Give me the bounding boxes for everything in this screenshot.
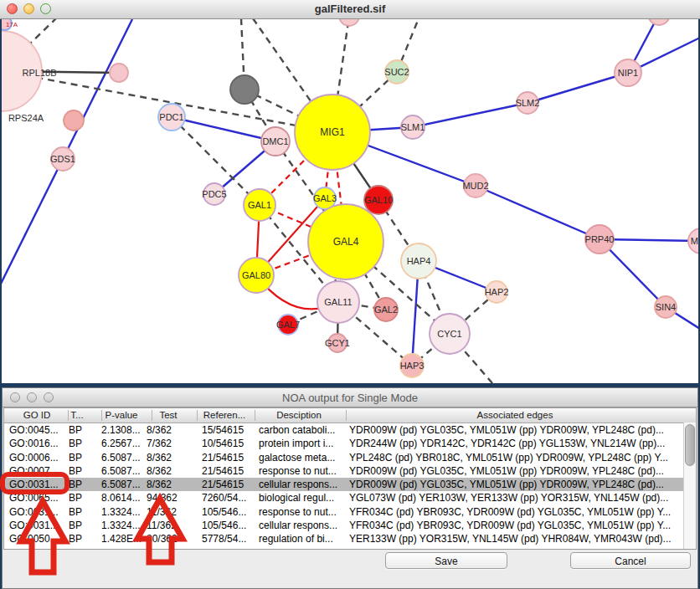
node-label-MUD2: MUD2 bbox=[462, 181, 488, 191]
node-label-NIP1: NIP1 bbox=[618, 68, 638, 78]
desktop: { "network_window": { "title": "galFilte… bbox=[0, 0, 700, 589]
table-row-5[interactable]: GO:0065...BP8.0614...94/3627260/54...bio… bbox=[4, 491, 696, 504]
cell: 7260/54... bbox=[202, 492, 246, 504]
cell: YDR009W (pd) YGL035C, YML051W (pp) YDR00… bbox=[349, 424, 664, 436]
cell: cellular respons... bbox=[259, 520, 337, 531]
node-label-SLM1: SLM1 bbox=[401, 122, 425, 132]
node-label-GAL80: GAL80 bbox=[242, 270, 270, 280]
column-header-0[interactable]: GO ID bbox=[23, 410, 51, 420]
column-header-3[interactable]: Test bbox=[159, 410, 177, 420]
node-label-CYC1: CYC1 bbox=[437, 329, 461, 339]
cell: galactose meta... bbox=[259, 452, 335, 464]
cell: GO:0007... bbox=[9, 465, 59, 477]
cell: 11/362 bbox=[147, 520, 177, 531]
table-row-7[interactable]: GO:0031...BP1.3324...11/362105/546...cel… bbox=[4, 519, 696, 532]
column-separator[interactable] bbox=[197, 410, 198, 421]
cell: 15/54615 bbox=[202, 424, 244, 436]
column-header-4[interactable]: Referen... bbox=[203, 410, 246, 420]
cell: 1.3324... bbox=[101, 506, 141, 518]
cell: BP bbox=[69, 438, 82, 449]
cell: 8/362 bbox=[147, 465, 172, 477]
cell: 6.5087... bbox=[101, 465, 141, 477]
node-label-MSN: MSN bbox=[691, 236, 700, 246]
network-canvas[interactable]: 17ARPL18BRPS24APDC1DMC1GDS1MIG1SLM1SLM2S… bbox=[0, 0, 700, 387]
node-label-HAP3: HAP3 bbox=[400, 361, 425, 371]
column-header-2[interactable]: P-value bbox=[106, 410, 138, 420]
cell: 105/546... bbox=[202, 520, 246, 531]
cell: YFR034C (pd) YBR093C, YDR009W (pd) YGL03… bbox=[349, 520, 671, 531]
node-label-SLM2: SLM2 bbox=[516, 98, 540, 108]
cell: 2.1308... bbox=[101, 424, 141, 436]
node-RPL18B[interactable] bbox=[110, 64, 128, 82]
cell: protein import i... bbox=[259, 438, 333, 449]
cell: 5778/54... bbox=[202, 533, 246, 545]
node-label-PRP40: PRP40 bbox=[585, 234, 615, 244]
cell: GO:0050... bbox=[9, 533, 59, 545]
table-header-row: GO IDT...P-valueTestReferen...Desciption… bbox=[4, 408, 696, 423]
scrollbar-thumb[interactable] bbox=[685, 424, 695, 466]
cell: YER133W (pp) YOR315W, YNL145W (pd) YHR08… bbox=[349, 533, 672, 545]
cell: GO:0045... bbox=[9, 424, 59, 436]
cell: BP bbox=[69, 479, 82, 490]
cell: BP bbox=[69, 424, 82, 436]
cell: 6.5087... bbox=[101, 452, 141, 464]
cell: biological regul... bbox=[259, 492, 334, 504]
cell: BP bbox=[69, 533, 82, 545]
table-row-8[interactable]: GO:0050...BP1.428E...80/3625778/54...reg… bbox=[4, 532, 696, 545]
cell: 11/362 bbox=[147, 506, 177, 518]
column-separator[interactable] bbox=[255, 410, 255, 421]
node-label-DMC1: DMC1 bbox=[262, 136, 288, 146]
cell: 6.5087... bbox=[101, 479, 141, 490]
node-label-GDS1: GDS1 bbox=[50, 154, 75, 164]
node-label-RPS24A: RPS24A bbox=[8, 113, 44, 123]
cell: GO:0031... bbox=[9, 506, 59, 518]
cell: BP bbox=[69, 506, 82, 518]
cell: 21/54615 bbox=[202, 465, 244, 477]
column-separator[interactable] bbox=[101, 410, 102, 421]
column-header-1[interactable]: T... bbox=[70, 410, 83, 420]
column-header-6[interactable]: Associated edges bbox=[477, 410, 553, 420]
cell: response to nut... bbox=[259, 465, 337, 477]
node-label-SIN4: SIN4 bbox=[656, 302, 676, 312]
cell: 21/54615 bbox=[202, 479, 244, 490]
table-row-0[interactable]: GO:0045...BP2.1308...8/36215/54615carbon… bbox=[4, 423, 696, 437]
cell: 80/362 bbox=[147, 533, 178, 545]
table-row-4[interactable]: GO:0031...BP6.5087...8/36221/54615cellul… bbox=[4, 478, 696, 491]
cell: 1.3324... bbox=[101, 520, 141, 531]
table-scrollbar[interactable] bbox=[683, 423, 696, 549]
cell: YDR244W (pp) YDR142C, YDR142C (pp) YGL15… bbox=[349, 438, 665, 449]
column-header-5[interactable]: Desciption bbox=[276, 410, 322, 420]
cell: YGL073W (pd) YER103W, YER133W (pp) YOR31… bbox=[349, 492, 668, 504]
cell: GO:0065... bbox=[9, 492, 59, 504]
table-row-1[interactable]: GO:0016...BP6.2567...7/36210/54615protei… bbox=[4, 437, 696, 450]
table-row-3[interactable]: GO:0007...BP6.5087...8/36221/54615respon… bbox=[4, 464, 696, 478]
node-label-GAL1: GAL1 bbox=[248, 200, 271, 210]
cell: 8/362 bbox=[147, 424, 172, 436]
cell: GO:0016... bbox=[9, 438, 59, 449]
node-label-GAL10: GAL10 bbox=[364, 195, 393, 205]
column-separator[interactable] bbox=[68, 410, 69, 421]
node-label-GAL3: GAL3 bbox=[313, 193, 337, 203]
table-row-6[interactable]: GO:0031...BP1.3324...11/362105/546...res… bbox=[4, 505, 696, 519]
cell: BP bbox=[69, 520, 82, 531]
cancel-button[interactable]: Cancel bbox=[570, 552, 691, 569]
node-RPS24A[interactable] bbox=[64, 110, 84, 131]
node-label-GAL7: GAL7 bbox=[276, 320, 300, 330]
cell: 8/362 bbox=[147, 479, 172, 490]
node-label-PDC1: PDC1 bbox=[159, 112, 183, 122]
cell: GO:0031... bbox=[9, 520, 59, 531]
save-button[interactable]: Save bbox=[385, 552, 507, 569]
cell: 7/362 bbox=[147, 438, 172, 449]
node-GRAY[interactable] bbox=[230, 75, 259, 104]
noa-window-title: NOA output for Single Mode bbox=[3, 392, 697, 404]
column-separator[interactable] bbox=[346, 410, 347, 421]
cell: BP bbox=[69, 452, 82, 464]
table-row-2[interactable]: GO:0006...BP6.5087...8/36221/54615galact… bbox=[4, 451, 696, 464]
table-body: GO:0045...BP2.1308...8/36215/54615carbon… bbox=[4, 423, 696, 546]
node-label-HAP4: HAP4 bbox=[407, 256, 431, 266]
node-label-GAL11: GAL11 bbox=[324, 297, 352, 307]
cell: response to nut... bbox=[259, 506, 337, 518]
results-table: GO IDT...P-valueTestReferen...Desciption… bbox=[3, 407, 697, 550]
cell: YPL248C (pd) YBR018C, YML051W (pp) YDR00… bbox=[349, 452, 668, 464]
column-separator[interactable] bbox=[152, 410, 152, 421]
